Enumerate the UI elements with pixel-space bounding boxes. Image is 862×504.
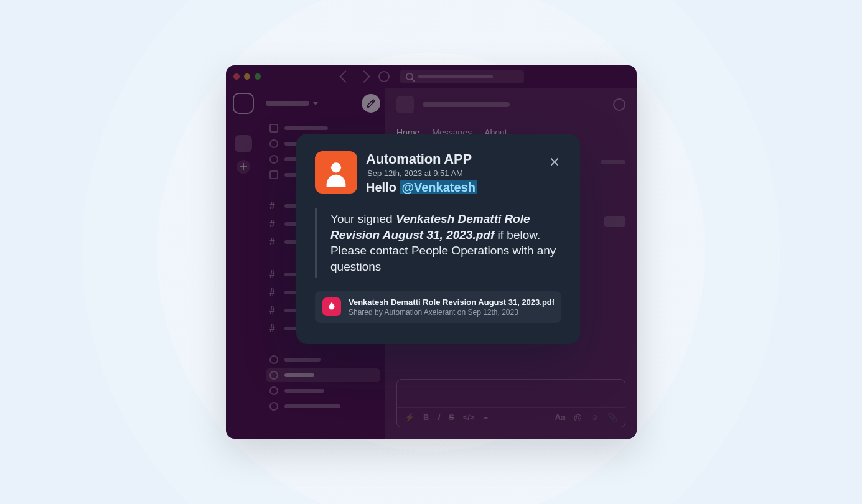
- body-pre: Your signed: [330, 212, 396, 225]
- message-timestamp: Sep 12th, 2023 at 9:51 AM: [367, 169, 463, 178]
- greeting-text: Hello: [366, 180, 400, 194]
- message-body: Your signed Venkatesh Dematti Role Revis…: [315, 208, 561, 278]
- close-button[interactable]: [548, 155, 561, 169]
- sender-name: Automation APP: [366, 151, 472, 167]
- svg-point-0: [331, 162, 341, 172]
- pdf-icon: [322, 297, 341, 316]
- greeting-line: Hello @Venkatesh: [366, 180, 539, 195]
- message-card: Automation APP Sep 12th, 2023 at 9:51 AM…: [296, 134, 580, 344]
- attachment-meta: Shared by Automation Axelerant on Sep 12…: [349, 308, 554, 317]
- attachment[interactable]: Venkatesh Dematti Role Revision August 3…: [315, 291, 561, 323]
- sender-avatar: [315, 151, 357, 194]
- mention-link[interactable]: @Venkatesh: [400, 180, 477, 194]
- attachment-name: Venkatesh Dematti Role Revision August 3…: [349, 297, 554, 307]
